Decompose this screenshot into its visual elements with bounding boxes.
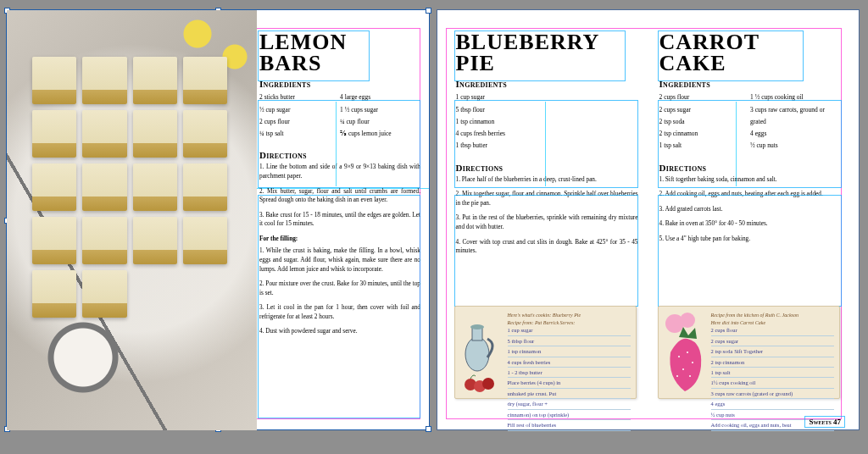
recipe-card-carrot[interactable]: Recipe from the kitchen of Ruth C. Jacks… (658, 306, 840, 399)
lemon-bars-photo (32, 57, 227, 318)
column-guide (545, 102, 546, 186)
handle-ne[interactable] (426, 8, 431, 14)
strawberry-illustration (662, 310, 708, 395)
text-frame[interactable] (658, 195, 842, 307)
dtp-viewport: LEMONBARS Ingredients 2 sticks butter½ c… (0, 0, 868, 454)
text-frame[interactable] (658, 100, 842, 188)
text-frame[interactable] (258, 30, 370, 81)
recipe-column-lemon: LEMONBARS Ingredients 2 sticks butter½ c… (259, 32, 420, 414)
svg-point-10 (692, 362, 693, 363)
image-frame-lemon-bars[interactable] (7, 10, 257, 430)
page-right[interactable]: BLUEBERRYPIE Ingredients 1 cup sugar5 tb… (437, 9, 860, 430)
text-frame[interactable] (454, 195, 638, 307)
column-guide (736, 102, 737, 186)
svg-point-2 (470, 324, 484, 329)
document-spread: LEMONBARS Ingredients 2 sticks butter½ c… (6, 9, 860, 430)
text-frame[interactable] (658, 30, 804, 81)
svg-point-8 (678, 356, 680, 357)
svg-point-13 (676, 375, 678, 377)
text-frame[interactable] (258, 100, 420, 188)
recipe-column-carrot: CARROTCAKE Ingredients 2 cups flour2 cup… (659, 32, 842, 414)
text-frame[interactable] (454, 100, 638, 188)
recipe-column-blueberry: BLUEBERRYPIE Ingredients 1 cup sugar5 tb… (456, 32, 638, 414)
column-guide (336, 102, 337, 186)
text-frame[interactable] (454, 30, 626, 81)
svg-point-7 (680, 313, 695, 328)
handle-se[interactable] (426, 426, 431, 432)
jug-apples-illustration (459, 310, 504, 395)
page-footer: Sweets 47 (804, 416, 845, 428)
svg-point-12 (689, 375, 691, 377)
text-frame[interactable] (258, 195, 420, 418)
svg-point-9 (687, 352, 688, 353)
page-left[interactable]: LEMONBARS Ingredients 2 sticks butter½ c… (6, 9, 430, 430)
svg-point-5 (482, 378, 494, 390)
recipe-card-blueberry[interactable]: Here's what's cookin: Blueberry Pie Reci… (454, 306, 637, 399)
svg-point-11 (682, 368, 684, 370)
svg-point-0 (465, 337, 489, 371)
